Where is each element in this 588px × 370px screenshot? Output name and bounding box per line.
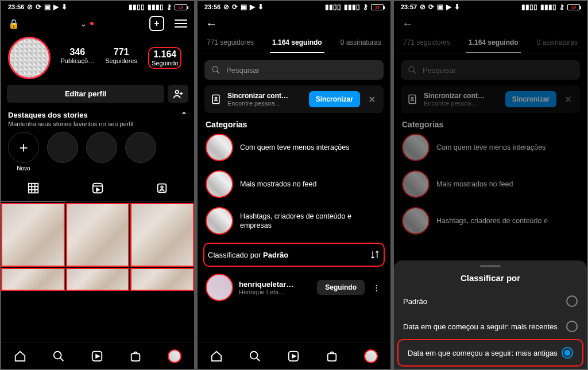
category-most-shown[interactable]: Mais mostrados no feed — [198, 166, 390, 202]
post-thumbnail[interactable] — [130, 268, 194, 291]
username-dropdown[interactable] — [75, 19, 78, 28]
home-icon[interactable] — [210, 350, 223, 363]
alarm-off-icon: ⊘ — [223, 3, 229, 10]
screen-profile: 23:56 ⊘ ⟳ ▣ ▶ ⬇ ▮▮▯▯ ▮▮▮▯ ⚷ 19 🔒 ⌄ + — [1, 1, 194, 369]
sort-value: Padrão — [263, 251, 288, 259]
post-thumbnail[interactable] — [1, 203, 65, 267]
following-user-row[interactable]: henriqueletar… Henrique Letá… Seguindo ⋮ — [198, 270, 390, 305]
tab-tagged[interactable] — [130, 177, 194, 201]
category-avatar — [402, 207, 430, 235]
category-least-interacted[interactable]: Com quem teve menos interações — [394, 129, 587, 166]
camera-icon: ▣ — [437, 3, 443, 10]
wifi-icon: ⚷ — [167, 3, 172, 10]
tagged-icon — [156, 182, 168, 194]
tab-subscriptions[interactable]: 0 assinaturas — [338, 33, 384, 53]
radio-icon — [566, 295, 578, 307]
close-icon[interactable]: ✕ — [562, 94, 574, 105]
categories-heading: Categorias — [394, 120, 587, 129]
contacts-icon — [210, 94, 222, 105]
sync-button[interactable]: Sincronizar — [309, 91, 360, 107]
youtube-icon: ▶ — [446, 3, 451, 10]
highlight-placeholder — [125, 132, 156, 163]
svg-point-0 — [175, 90, 179, 94]
followers-following-tabs: 771 seguidores 1.164 seguindo 0 assinatu… — [198, 33, 390, 53]
sort-option-latest[interactable]: Data em que começou a seguir: mais recen… — [394, 314, 587, 339]
sync-contacts-card: Sincronizar cont… Encontre pessoa… Sincr… — [204, 85, 384, 113]
signal-2-icon: ▮▮▮▯ — [540, 3, 556, 10]
sync-button[interactable]: Sincronizar — [505, 91, 556, 107]
chevron-up-icon[interactable]: ⌃ — [181, 111, 187, 119]
tab-subscriptions[interactable]: 0 assinaturas — [535, 33, 580, 53]
post-thumbnail[interactable] — [66, 203, 130, 267]
clock: 23:56 — [204, 3, 220, 10]
following-button[interactable]: Seguindo — [317, 280, 365, 295]
status-bar: 23:57 ⊘ ⟳ ▣ ▶ ⬇ ▮▮▯▯ ▮▮▮▯ ⚷ 19 — [394, 1, 587, 11]
stat-posts[interactable]: 346 Publicaçõ… — [61, 47, 95, 69]
sync-subtitle: Encontre pessoa… — [424, 100, 500, 107]
back-button[interactable]: ← — [198, 11, 390, 33]
add-person-icon — [172, 88, 184, 100]
shop-icon[interactable] — [326, 350, 338, 363]
search-placeholder: Pesquisar — [423, 66, 456, 75]
tab-followers[interactable]: 771 seguidores — [204, 33, 256, 53]
home-icon[interactable] — [14, 350, 26, 363]
search-icon — [211, 65, 220, 75]
sort-option-earliest[interactable]: Data em que começou a seguir: mais antig… — [397, 339, 583, 367]
highlights-title: Destaques dos stories — [8, 111, 88, 119]
category-most-shown[interactable]: Mais mostrados no feed — [394, 166, 587, 202]
search-placeholder: Pesquisar — [226, 66, 260, 75]
profile-nav-avatar[interactable] — [364, 349, 378, 363]
bottom-nav — [198, 342, 390, 369]
create-button[interactable]: + — [149, 16, 164, 31]
sheet-handle[interactable] — [480, 265, 501, 267]
stat-followers[interactable]: 771 Seguidores — [105, 47, 137, 69]
chevron-down-icon[interactable]: ⌄ — [80, 20, 87, 28]
sort-by-row[interactable]: Classificado por Padrão — [203, 243, 385, 267]
youtube-icon: ▶ — [53, 3, 59, 10]
clock: 23:57 — [401, 3, 417, 10]
sync-icon: ⟳ — [232, 3, 238, 10]
signal-2-icon: ▮▮▮▯ — [344, 3, 360, 10]
menu-button[interactable] — [175, 20, 187, 28]
shop-icon[interactable] — [129, 350, 142, 363]
profile-nav-avatar[interactable] — [168, 349, 181, 363]
alarm-off-icon: ⊘ — [420, 3, 425, 10]
tab-reels[interactable] — [65, 177, 130, 201]
svg-point-27 — [411, 98, 413, 99]
svg-rect-8 — [93, 184, 103, 193]
category-hashtags-creators[interactable]: Hashtags, criadores de conteúdo e empres… — [198, 202, 390, 239]
reels-nav-icon[interactable] — [91, 350, 103, 363]
sync-icon: ⟳ — [36, 3, 41, 10]
more-icon[interactable]: ⋮ — [370, 283, 382, 292]
grid-icon — [27, 182, 40, 194]
back-button[interactable]: ← — [394, 11, 587, 33]
post-thumbnail[interactable] — [130, 203, 194, 267]
reels-nav-icon[interactable] — [287, 350, 300, 363]
tab-followers[interactable]: 771 seguidores — [401, 33, 452, 53]
search-input[interactable]: Pesquisar — [204, 60, 384, 80]
profile-header: 🔒 ⌄ + — [1, 11, 194, 33]
user-username: henriqueletar… — [239, 280, 311, 289]
close-icon[interactable]: ✕ — [366, 94, 378, 105]
camera-icon: ▣ — [241, 3, 247, 10]
search-input[interactable]: Pesquisar — [401, 60, 580, 80]
lock-icon: 🔒 — [8, 18, 20, 29]
sync-contacts-card: Sincronizar cont… Encontre pessoa… Sincr… — [401, 85, 580, 113]
post-thumbnail[interactable] — [66, 268, 130, 291]
category-least-interacted[interactable]: Com quem teve menos interações — [198, 129, 390, 166]
search-icon[interactable] — [52, 350, 65, 363]
tab-grid[interactable] — [1, 177, 65, 201]
discover-people-button[interactable] — [168, 85, 188, 103]
sort-option-default[interactable]: Padrão — [394, 289, 587, 314]
sheet-title: Classificar por — [394, 273, 587, 283]
stat-following[interactable]: 1.164 Seguindo — [148, 47, 182, 69]
category-hashtags-creators[interactable]: Hashtags, criadores de conteúdo e — [394, 202, 587, 239]
tab-following[interactable]: 1.164 seguindo — [466, 33, 521, 53]
post-thumbnail[interactable] — [1, 268, 65, 291]
download-icon: ⬇ — [61, 3, 67, 10]
highlight-new[interactable]: + Novo — [8, 132, 39, 172]
profile-avatar[interactable] — [8, 37, 51, 79]
search-icon[interactable] — [249, 350, 261, 363]
tab-following[interactable]: 1.164 seguindo — [270, 33, 324, 53]
edit-profile-button[interactable]: Editar perfil — [7, 85, 164, 103]
